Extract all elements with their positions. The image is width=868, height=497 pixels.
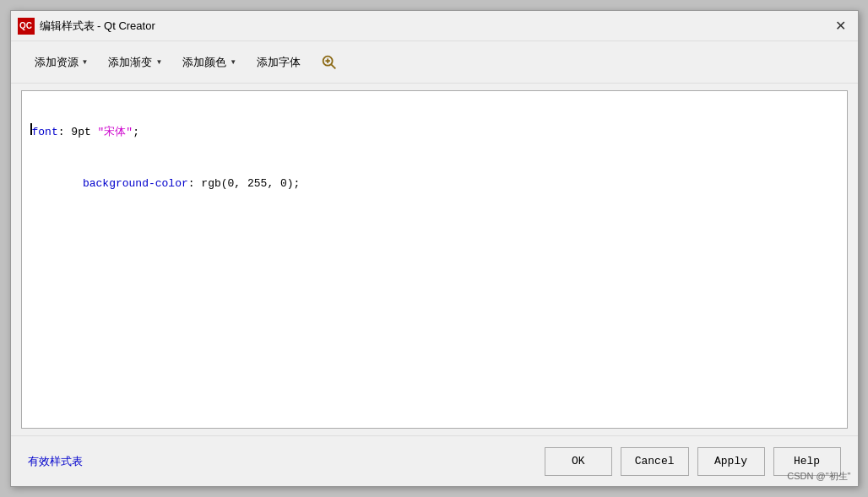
- search-button[interactable]: [317, 51, 341, 74]
- search-icon: [320, 53, 339, 72]
- line1-value: 9pt: [65, 126, 98, 138]
- line2-colon: :: [188, 177, 195, 190]
- add-color-button[interactable]: 添加颜色 ▼: [176, 51, 243, 73]
- line2-value: rgb(0, 255, 0): [195, 177, 294, 190]
- line1-property: font: [32, 126, 58, 138]
- line2-property: background-color: [83, 177, 188, 190]
- app-icon: QC: [18, 18, 35, 35]
- valid-style-label: 有效样式表: [28, 454, 83, 469]
- line1-string: "宋体": [98, 124, 133, 139]
- window-title: 编辑样式表 - Qt Creator: [40, 19, 155, 34]
- editor-line-2: background-color: rgb(0, 255, 0);: [30, 165, 838, 203]
- watermark-text: CSDN @"初生": [787, 470, 850, 483]
- add-gradient-button[interactable]: 添加渐变 ▼: [101, 51, 169, 73]
- add-gradient-label: 添加渐变: [108, 55, 152, 70]
- add-color-arrow-icon: ▼: [230, 58, 236, 66]
- title-bar: QC 编辑样式表 - Qt Creator ✕: [11, 11, 858, 41]
- add-gradient-arrow-icon: ▼: [155, 58, 162, 66]
- add-resource-button[interactable]: 添加资源 ▼: [28, 51, 95, 73]
- svg-line-1: [332, 64, 336, 68]
- add-color-label: 添加颜色: [182, 55, 226, 70]
- app-icon-text: QC: [19, 21, 32, 30]
- line2-semi: ;: [294, 177, 301, 190]
- add-font-label: 添加字体: [257, 55, 301, 70]
- add-resource-arrow-icon: ▼: [82, 58, 89, 66]
- line1-colon: :: [58, 126, 65, 138]
- title-bar-left: QC 编辑样式表 - Qt Creator: [18, 18, 155, 35]
- apply-button[interactable]: Apply: [697, 447, 765, 476]
- editor-content[interactable]: font: 9pt "宋体"; background-color: rgb(0,…: [30, 98, 838, 228]
- line1-semi: ;: [133, 126, 139, 138]
- css-editor[interactable]: font: 9pt "宋体"; background-color: rgb(0,…: [21, 90, 848, 429]
- toolbar: 添加资源 ▼ 添加渐变 ▼ 添加颜色 ▼ 添加字体: [11, 41, 858, 84]
- close-button[interactable]: ✕: [831, 16, 851, 36]
- add-font-button[interactable]: 添加字体: [250, 51, 307, 73]
- bottom-bar: 有效样式表 OK Cancel Apply Help CSDN @"初生": [11, 435, 858, 486]
- ok-button[interactable]: OK: [545, 447, 612, 476]
- cancel-button[interactable]: Cancel: [621, 447, 689, 476]
- add-resource-label: 添加资源: [35, 55, 79, 70]
- main-window: QC 编辑样式表 - Qt Creator ✕ 添加资源 ▼ 添加渐变 ▼ 添加…: [10, 10, 859, 487]
- editor-line-1: font: 9pt "宋体";: [30, 123, 838, 139]
